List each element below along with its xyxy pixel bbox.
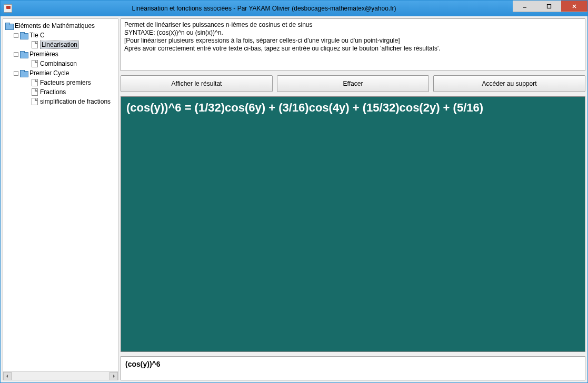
- scroll-left-button[interactable]: [3, 372, 12, 380]
- tree-group-tlec[interactable]: Tle C: [4, 31, 117, 40]
- description-line: SYNTAXE: (cos(x))^n ou (sin(x))^n.: [124, 29, 582, 37]
- body-area: Eléments de Mathématiques Tle C Linéaris…: [1, 16, 587, 382]
- main-panel: Permet de linéariser les puissances n-iè…: [121, 18, 585, 380]
- expand-handle-icon[interactable]: [14, 71, 18, 76]
- button-row: Afficher le résultat Effacer Accéder au …: [121, 75, 585, 92]
- expression-input[interactable]: [125, 360, 581, 368]
- document-icon: [32, 98, 38, 105]
- sidebar: Eléments de Mathématiques Tle C Linéaris…: [3, 18, 118, 380]
- java-icon: [4, 4, 12, 13]
- clear-button[interactable]: Effacer: [277, 75, 429, 92]
- maximize-button[interactable]: [537, 1, 561, 12]
- expression-input-box[interactable]: [121, 356, 585, 380]
- tree-label: Linéarisation: [40, 41, 79, 49]
- tree-item-fractions[interactable]: Fractions: [4, 87, 117, 97]
- document-icon: [32, 60, 38, 67]
- tree-label: Premier Cycle: [29, 69, 69, 77]
- svg-marker-4: [6, 375, 8, 378]
- tree-label: Facteurs premiers: [40, 79, 91, 86]
- document-icon: [32, 41, 38, 48]
- tree-label: Premières: [29, 51, 58, 58]
- tree-root[interactable]: Eléments de Mathématiques: [4, 21, 117, 31]
- window-title: Linéarisation et fonctions associées - P…: [15, 5, 513, 12]
- tree-item-facteurs[interactable]: Facteurs premiers: [4, 78, 117, 87]
- description-box: Permet de linéariser les puissances n-iè…: [121, 18, 585, 71]
- tree-item-simplification[interactable]: simplification de fractions: [4, 97, 117, 106]
- tree-label: Fractions: [40, 88, 66, 96]
- folder-icon: [20, 51, 27, 57]
- expand-handle-icon[interactable]: [14, 33, 18, 38]
- close-button[interactable]: [561, 1, 587, 12]
- expand-handle-icon[interactable]: [14, 52, 18, 57]
- tree: Eléments de Mathématiques Tle C Linéaris…: [3, 19, 118, 371]
- show-result-button[interactable]: Afficher le résultat: [121, 75, 273, 92]
- tree-group-premieres[interactable]: Premières: [4, 49, 117, 59]
- tree-label: simplification de fractions: [40, 98, 111, 105]
- tree-label: Eléments de Mathématiques: [15, 22, 95, 29]
- titlebar[interactable]: Linéarisation et fonctions associées - P…: [1, 1, 587, 16]
- scroll-right-button[interactable]: [109, 372, 118, 380]
- result-display: (cos(y))^6 = (1/32)cos(6y) + (3/16)cos(4…: [121, 96, 585, 352]
- document-icon: [32, 88, 38, 96]
- tree-item-linearisation[interactable]: Linéarisation: [4, 40, 117, 49]
- folder-icon: [20, 32, 27, 38]
- app-window: Linéarisation et fonctions associées - P…: [0, 0, 588, 383]
- description-line: Permet de linéariser les puissances n-iè…: [124, 21, 582, 29]
- svg-marker-5: [113, 375, 115, 378]
- minimize-button[interactable]: [513, 1, 537, 12]
- document-icon: [32, 79, 38, 86]
- folder-icon: [5, 23, 13, 29]
- description-line: Après avoir correctement entré votre tex…: [124, 45, 582, 53]
- support-button[interactable]: Accéder au support: [433, 75, 585, 92]
- folder-icon: [20, 70, 27, 76]
- scroll-track[interactable]: [12, 372, 109, 380]
- tree-label: Tle C: [29, 32, 45, 39]
- description-line: [Pour linéariser plusieurs expressions à…: [124, 37, 582, 45]
- svg-rect-1: [547, 4, 551, 8]
- tree-item-combinaison[interactable]: Combinaison: [4, 59, 117, 68]
- tree-label: Combinaison: [40, 60, 77, 67]
- horizontal-scrollbar[interactable]: [3, 371, 118, 380]
- window-buttons: [513, 1, 587, 12]
- tree-group-premiercycle[interactable]: Premier Cycle: [4, 68, 117, 78]
